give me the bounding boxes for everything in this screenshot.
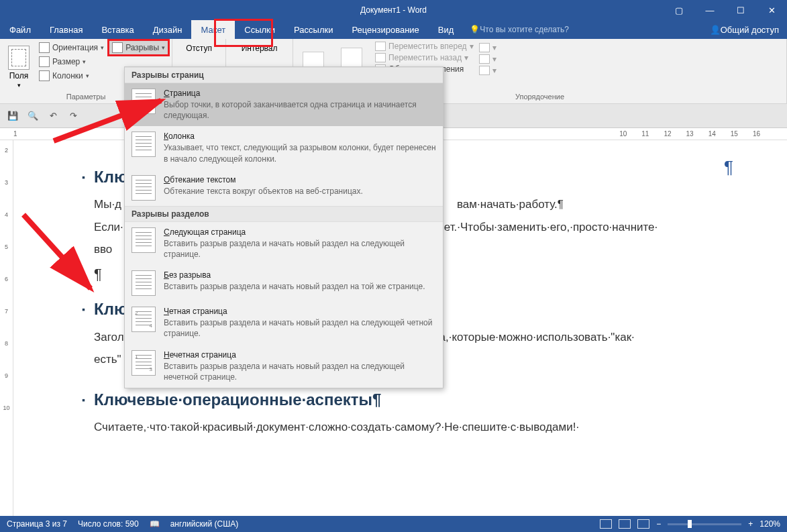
menu-item-title: Обтекание текстом: [164, 175, 363, 184]
menu-item-page-break[interactable]: ССтраницатраница Выбор точки, в которой …: [125, 83, 443, 126]
wrap-icon: [341, 48, 362, 69]
ribbon-tabs: Файл Главная Вставка Дизайн Макет Ссылки…: [0, 20, 787, 39]
titlebar: Документ1 - Word ▢ — ☐ ✕: [0, 0, 787, 20]
send-backward-label: Переместить назад: [388, 53, 462, 62]
tab-design[interactable]: Дизайн: [144, 20, 192, 39]
tab-review[interactable]: Рецензирование: [342, 20, 428, 39]
menu-item-title: Без разрыва: [164, 270, 425, 280]
tab-insert[interactable]: Вставка: [92, 20, 143, 39]
orientation-button[interactable]: Ориентация: [36, 41, 107, 54]
columns-label: Колонки: [52, 71, 83, 81]
ruler-left-segment: 1: [13, 130, 17, 138]
menu-item-desc: Вставить разрыв раздела и начать новый р…: [164, 238, 436, 260]
tell-me-label: Что вы хотите сделать?: [480, 25, 569, 34]
tab-mailings[interactable]: Рассылки: [284, 20, 342, 39]
menu-item-desc: Выбор точки, в которой заканчивается одн…: [164, 99, 436, 121]
tab-layout[interactable]: Макет: [191, 20, 235, 39]
menu-item-column-break[interactable]: Колонка Указывает, что текст, следующий …: [125, 126, 443, 169]
web-layout-icon[interactable]: [637, 519, 649, 529]
group-button[interactable]: ▾: [478, 54, 498, 64]
share-button[interactable]: 👤 Общий доступ: [702, 20, 787, 39]
wrapping-break-icon: [132, 175, 156, 201]
group-icon: [479, 54, 490, 64]
vruler-tick: 3: [5, 179, 8, 186]
ribbon-display-icon[interactable]: ▢: [664, 0, 694, 20]
orientation-icon: [39, 42, 50, 53]
vruler-tick: 5: [5, 244, 8, 250]
zoom-level[interactable]: 120%: [759, 519, 780, 529]
print-preview-icon[interactable]: 🔍: [25, 109, 40, 123]
ruler-tick: 1: [13, 130, 17, 138]
odd-page-icon: 13: [132, 350, 156, 376]
close-icon[interactable]: ✕: [756, 0, 787, 20]
vertical-ruler[interactable]: 2 3 4 5 6 7 8 9 10: [0, 140, 13, 516]
ruler-tick: 12: [664, 130, 671, 138]
ruler-tick: 14: [709, 130, 716, 138]
ruler-tick: 13: [686, 130, 694, 138]
breaks-button[interactable]: Разрывы: [109, 41, 168, 54]
menu-item-continuous[interactable]: Без разрыва Вставить разрыв раздела и на…: [125, 265, 443, 301]
tab-view[interactable]: Вид: [429, 20, 464, 39]
send-backward-button[interactable]: Переместить назад ▾: [374, 52, 474, 63]
bring-forward-button[interactable]: Переместить вперед ▾: [374, 41, 474, 52]
next-page-icon: [132, 227, 156, 253]
undo-icon[interactable]: ↶: [46, 109, 60, 123]
redo-icon[interactable]: ↷: [66, 109, 81, 123]
breaks-dropdown: Разрывы страниц ССтраницатраница Выбор т…: [124, 66, 443, 388]
zoom-thumb[interactable]: [688, 520, 692, 528]
menu-item-odd-page[interactable]: 13 Нечетная страница Вставить разрыв раз…: [125, 345, 443, 388]
menu-item-title: Нечетная страница: [164, 350, 436, 360]
ruler-tick: 16: [753, 130, 760, 138]
pilcrow-mark: ¶: [724, 154, 733, 182]
share-label: Общий доступ: [721, 25, 779, 35]
menu-item-desc: Обтекание текста вокруг объектов на веб-…: [164, 186, 363, 197]
size-button[interactable]: Размер: [36, 55, 107, 68]
status-page[interactable]: Страница 3 из 7: [7, 519, 67, 529]
zoom-in-icon[interactable]: +: [748, 519, 753, 529]
tab-references[interactable]: Ссылки: [235, 20, 284, 39]
menu-item-next-page[interactable]: Следующая страница Вставить разрыв разде…: [125, 222, 443, 265]
bring-forward-label: Переместить вперед: [388, 42, 466, 51]
status-words[interactable]: Число слов: 590: [78, 519, 139, 529]
minimize-icon[interactable]: —: [694, 0, 725, 20]
rotate-button[interactable]: ▾: [478, 65, 498, 76]
margins-button[interactable]: Поля ▾: [4, 41, 34, 93]
vruler-tick: 9: [5, 372, 8, 379]
columns-icon: [39, 70, 50, 81]
status-proofing-icon[interactable]: 📖: [150, 519, 160, 529]
menu-item-even-page[interactable]: 24 Четная страница Вставить разрыв разде…: [125, 301, 443, 344]
send-backward-icon: [375, 53, 386, 62]
status-language[interactable]: английский (США): [170, 519, 238, 529]
align-button[interactable]: ▾: [478, 42, 498, 53]
menu-item-title: Четная страница: [164, 307, 436, 316]
read-mode-icon[interactable]: [600, 519, 612, 529]
ruler-tick: 11: [641, 130, 649, 138]
column-break-icon: [132, 131, 156, 157]
zoom-slider[interactable]: [668, 523, 741, 525]
maximize-icon[interactable]: ☐: [725, 0, 756, 20]
ruler-tick: 10: [619, 130, 627, 138]
window-controls: ▢ — ☐ ✕: [664, 0, 787, 20]
vruler-tick: 7: [5, 308, 8, 315]
dropdown-section-page-breaks: Разрывы страниц: [125, 67, 443, 83]
doc-heading-3: Ключевые∙операционные∙аспекты¶: [94, 387, 658, 413]
ruler-tick: 15: [731, 130, 738, 138]
tell-me-input[interactable]: 💡 Что вы хотите сделать?: [463, 20, 576, 39]
tab-home[interactable]: Главная: [40, 20, 92, 39]
menu-item-text-wrapping-break[interactable]: Обтекание текстом Обтекание текста вокру…: [125, 170, 443, 206]
menu-item-title: Колонка: [164, 131, 436, 141]
save-icon[interactable]: 💾: [5, 109, 20, 123]
tab-file[interactable]: Файл: [0, 20, 40, 39]
margins-label: Поля: [9, 71, 29, 81]
columns-button[interactable]: Колонки: [36, 69, 107, 83]
vruler-tick: 8: [5, 340, 8, 347]
zoom-out-icon[interactable]: −: [656, 519, 661, 529]
breaks-icon: [112, 42, 123, 53]
dropdown-section-section-breaks: Разрывы разделов: [125, 206, 443, 222]
size-icon: [39, 56, 50, 67]
print-layout-icon[interactable]: [619, 519, 631, 529]
menu-item-title: ССтраницатраница: [164, 89, 436, 98]
breaks-label: Разрывы: [125, 43, 159, 52]
margins-icon: [8, 46, 30, 70]
menu-item-desc: Вставить разрыв раздела и начать новый р…: [164, 317, 436, 339]
